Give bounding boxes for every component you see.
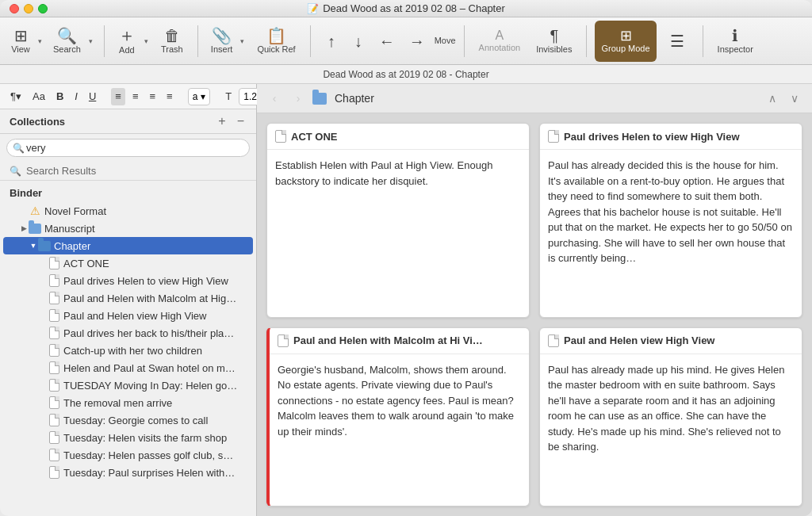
doc-icon — [48, 396, 60, 409]
paragraph-dropdown[interactable]: ¶▾ — [6, 88, 25, 105]
sidebar-controls: + − — [216, 114, 247, 128]
insert-main-button[interactable]: 📎 Insert — [206, 21, 238, 62]
add-arrow[interactable]: ▾ — [141, 21, 151, 62]
tree-item-removal-men[interactable]: The removal men arrive — [3, 394, 253, 411]
font-dropdown[interactable]: a ▾ — [188, 88, 211, 105]
tree-item-swan-hotel[interactable]: Helen and Paul at Swan hotel on m… — [3, 359, 253, 376]
annotation-button[interactable]: A Annotation — [473, 21, 527, 62]
card-malcolm-title: Paul and Helen with Malcolm at Hi Vi… — [293, 334, 521, 346]
underline-button[interactable]: U — [85, 88, 100, 105]
view-split-button[interactable]: ⊞ View ▾ — [6, 21, 45, 62]
tree-label: TUESDAY Moving In Day: Helen go… — [63, 380, 247, 392]
view-arrow[interactable]: ▾ — [35, 21, 45, 62]
move-up-button[interactable]: ↑ — [319, 21, 344, 62]
align-justify-button[interactable]: ≡ — [163, 88, 177, 105]
panel-down-button[interactable]: ∨ — [785, 89, 804, 108]
title-bar: 📝 Dead Wood as at 2019 02 08 – Chapter — [0, 0, 812, 17]
tree-item-farm-shop[interactable]: Tuesday: Helen visits the farm shop — [3, 429, 253, 446]
card-paul-drives[interactable]: Paul drives Helen to view High View Paul… — [539, 123, 802, 318]
tree-item-golf-club[interactable]: Tuesday: Helen passes golf club, s… — [3, 446, 253, 464]
tree-item-tuesday-moving[interactable]: TUESDAY Moving In Day: Helen go… — [3, 376, 253, 394]
align-right-icon: ≡ — [149, 90, 155, 102]
tree-label: Paul and Helen with Malcolm at Hig… — [63, 292, 247, 304]
insert-arrow[interactable]: ▾ — [237, 21, 247, 62]
doc-icon — [48, 292, 60, 304]
tree-label: Tuesday: Georgie comes to call — [63, 415, 247, 426]
breadcrumb-folder-icon — [312, 93, 327, 105]
collections-remove-button[interactable]: − — [235, 114, 247, 128]
back-button[interactable]: ‹ — [265, 89, 284, 108]
outline-mode-button[interactable]: ☰ — [660, 21, 695, 62]
search-results-item[interactable]: 🔍 Search Results — [0, 162, 256, 181]
tree-arrow — [38, 293, 48, 303]
tree-label: Tuesday: Helen passes golf club, s… — [63, 449, 247, 461]
font-size-button[interactable]: Aa — [29, 88, 49, 105]
card-doc-icon — [548, 334, 559, 347]
tree-item-view-high-view[interactable]: Paul and Helen view High View — [3, 307, 253, 324]
tree-item-novel-format[interactable]: ⚠ Novel Format — [3, 202, 253, 220]
search-input[interactable] — [6, 139, 250, 157]
doc-icon — [48, 327, 60, 339]
sep-2 — [197, 25, 198, 57]
tree-label: The removal men arrive — [63, 397, 247, 409]
search-icon: 🔍 — [57, 28, 77, 44]
group-mode-icon: ⊞ — [620, 29, 632, 43]
group-mode-button[interactable]: ⊞ Group Mode — [595, 21, 656, 62]
tree-arrow — [38, 450, 48, 460]
invisibles-button[interactable]: ¶ Invisibles — [530, 21, 578, 62]
search-split-button[interactable]: 🔍 Search ▾ — [48, 21, 96, 62]
tree-label: Chapter — [54, 240, 247, 252]
maximize-button[interactable] — [38, 4, 48, 13]
tree-item-manuscript[interactable]: ▶ Manuscript — [3, 220, 253, 237]
view-main-button[interactable]: ⊞ View — [6, 21, 35, 62]
search-main-button[interactable]: 🔍 Search — [48, 21, 86, 62]
window-title: Dead Wood as at 2019 02 08 – Chapter — [323, 2, 505, 14]
tree-label: Tuesday: Helen visits the farm shop — [63, 432, 247, 444]
doc-icon — [48, 274, 60, 287]
add-split-button[interactable]: ＋ Add ▾ — [113, 21, 151, 62]
search-arrow[interactable]: ▾ — [86, 21, 96, 62]
doc-title-bar: Dead Wood as at 2019 02 08 - Chapter — [0, 65, 812, 84]
move-left-button[interactable]: ← — [373, 21, 401, 62]
close-button[interactable] — [10, 4, 19, 13]
tree-item-malcolm[interactable]: Paul and Helen with Malcolm at Hig… — [3, 289, 253, 307]
add-main-button[interactable]: ＋ Add — [113, 21, 141, 62]
collections-add-button[interactable]: + — [216, 114, 228, 128]
card-view-high-view[interactable]: Paul and Helen view High View Paul has a… — [539, 327, 802, 506]
card-act-one[interactable]: ACT ONE Establish Helen with Paul at Hig… — [266, 123, 530, 318]
quickref-button[interactable]: 📋 Quick Ref — [251, 21, 301, 62]
card-view-high-view-header: Paul and Helen view High View — [540, 328, 802, 354]
minimize-button[interactable] — [24, 4, 33, 13]
panel-up-button[interactable]: ∧ — [763, 89, 782, 108]
move-label: Move — [435, 36, 456, 45]
font-size-field-button[interactable]: T — [221, 88, 236, 105]
tree-item-chapter[interactable]: ▼ Chapter — [3, 237, 253, 254]
sep-4 — [464, 25, 465, 57]
tree-item-act-one[interactable]: ACT ONE — [3, 254, 253, 272]
insert-split-button[interactable]: 📎 Insert ▾ — [206, 21, 248, 62]
card-paul-drives-header: Paul drives Helen to view High View — [540, 124, 802, 150]
align-left-button[interactable]: ≡ — [111, 88, 125, 105]
italic-button[interactable]: I — [71, 88, 82, 105]
move-right-button[interactable]: → — [403, 21, 431, 62]
tree-arrow — [38, 380, 48, 390]
tree-item-paul-drives[interactable]: Paul drives Helen to view High View — [3, 272, 253, 289]
search-results-icon: 🔍 — [10, 166, 21, 177]
trash-button[interactable]: 🗑 Trash — [155, 21, 190, 62]
doc-icon — [48, 379, 60, 392]
inspector-button[interactable]: ℹ Inspector — [711, 21, 760, 62]
tree-item-catch-up[interactable]: Catch-up with her two children — [3, 342, 253, 359]
align-right-button[interactable]: ≡ — [145, 88, 159, 105]
folder-icon — [29, 222, 41, 235]
tree-arrow — [38, 468, 48, 477]
tree-item-drives-back[interactable]: Paul drives her back to his/their pla… — [3, 324, 253, 342]
bold-button[interactable]: B — [52, 88, 67, 105]
forward-button[interactable]: › — [289, 89, 308, 108]
move-down-button[interactable]: ↓ — [346, 21, 371, 62]
align-center-button[interactable]: ≡ — [128, 88, 143, 105]
card-malcolm[interactable]: Paul and Helen with Malcolm at Hi Vi… Ge… — [266, 327, 530, 506]
move-left-icon: ← — [379, 33, 395, 49]
tree-item-paul-surprises[interactable]: Tuesday: Paul surprises Helen with… — [3, 464, 253, 481]
add-icon: ＋ — [118, 27, 136, 44]
tree-item-georgie[interactable]: Tuesday: Georgie comes to call — [3, 411, 253, 429]
